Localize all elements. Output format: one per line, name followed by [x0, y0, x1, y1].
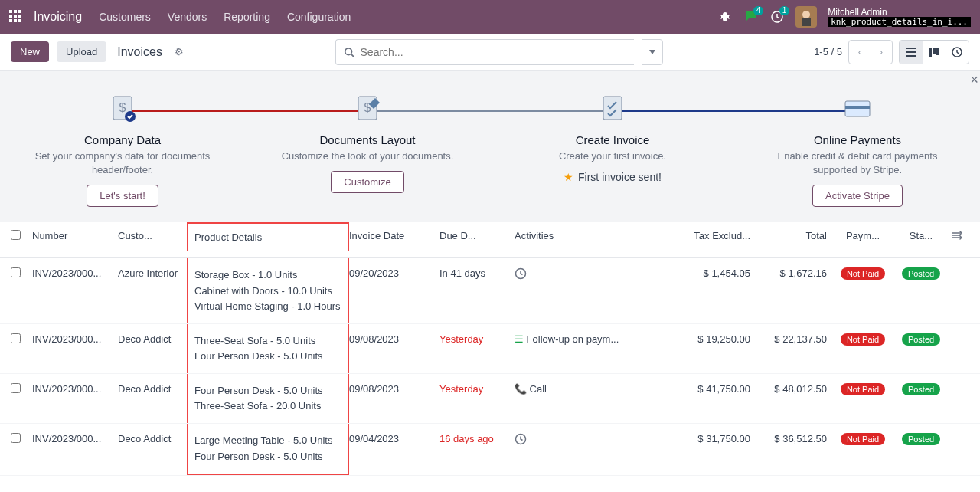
cell-customer: Azure Interior [118, 267, 187, 313]
view-list[interactable] [900, 41, 923, 64]
col-invoice-date[interactable]: Invoice Date [349, 230, 439, 250]
onboard-layout-btn[interactable]: Customize [331, 171, 403, 193]
onboarding-close[interactable]: × [970, 72, 978, 88]
view-activity[interactable] [946, 41, 969, 64]
cell-product: Large Meeting Table - 5.0 UnitsFour Pers… [187, 424, 349, 474]
col-customer[interactable]: Custo... [118, 230, 187, 250]
svg-rect-5 [929, 48, 932, 57]
search-input[interactable] [361, 46, 626, 58]
row-check[interactable] [11, 383, 21, 393]
discuss-icon[interactable]: 4 [743, 9, 759, 25]
row-check[interactable] [11, 267, 21, 277]
cell-customer: Deco Addict [118, 333, 187, 364]
col-options-icon[interactable] [949, 230, 968, 250]
nav-customers[interactable]: Customers [99, 11, 151, 23]
cell-total: $ 1,672.16 [756, 267, 833, 313]
col-status[interactable]: Sta... [899, 230, 949, 250]
onboard-invoice-sent: ★First invoice sent! [490, 171, 735, 183]
nav-reporting[interactable]: Reporting [224, 11, 270, 23]
cell-customer: Deco Addict [118, 433, 187, 465]
apps-icon[interactable] [9, 10, 23, 24]
search-icon [344, 47, 354, 57]
bug-icon[interactable] [717, 9, 733, 25]
new-button[interactable]: New [11, 41, 49, 62]
cell-invoice-date: 09/20/2023 [349, 267, 439, 313]
nav-configuration[interactable]: Configuration [287, 11, 351, 23]
row-check[interactable] [11, 333, 21, 343]
svg-point-1 [345, 48, 351, 54]
upload-button[interactable]: Upload [57, 41, 106, 62]
cell-status: Posted [899, 333, 949, 364]
activity-icon[interactable]: 1 [769, 9, 785, 25]
cell-product: Four Person Desk - 5.0 UnitsThree-Seat S… [187, 374, 349, 423]
cell-total: $ 48,012.50 [756, 383, 833, 414]
cell-due: Yesterday [439, 333, 514, 364]
pager-text[interactable]: 1-5 / 5 [814, 46, 842, 57]
cell-number: INV/2023/000... [32, 383, 118, 414]
pager-next[interactable]: › [871, 41, 892, 64]
search-dropdown[interactable] [642, 39, 663, 65]
db-name: knk_product_details_in_i... [828, 17, 971, 27]
svg-rect-3 [906, 51, 916, 53]
cell-total: $ 22,137.50 [756, 333, 833, 364]
table-row[interactable]: INV/2023/000...Azure InteriorStorage Box… [0, 258, 980, 323]
cell-payment: Not Paid [833, 333, 899, 364]
svg-rect-4 [906, 55, 916, 57]
col-due[interactable]: Due D... [439, 230, 514, 250]
col-product[interactable]: Product Details [187, 222, 349, 251]
svg-text:$: $ [119, 101, 126, 114]
select-all[interactable] [11, 230, 21, 240]
col-number[interactable]: Number [32, 230, 118, 250]
col-payment[interactable]: Paym... [833, 230, 899, 250]
col-total[interactable]: Total [756, 230, 833, 250]
cell-product: Storage Box - 1.0 UnitsCabinet with Door… [187, 258, 349, 323]
cell-number: INV/2023/000... [32, 267, 118, 313]
table-header: Number Custo... Product Details Invoice … [0, 222, 980, 258]
breadcrumb: Invoices [117, 45, 162, 59]
search-box[interactable] [335, 39, 634, 65]
onboard-layout: $ Documents Layout Customize the look of… [245, 89, 490, 207]
user-name[interactable]: Mitchell Admin [828, 8, 971, 17]
cell-invoice-date: 09/04/2023 [349, 433, 439, 465]
table-row[interactable]: INV/2023/000...Deco AddictLarge Meeting … [0, 424, 980, 475]
app-brand[interactable]: Invoicing [34, 10, 82, 24]
cell-product: Three-Seat Sofa - 5.0 UnitsFour Person D… [187, 324, 349, 373]
cell-activity[interactable] [514, 267, 642, 313]
control-panel: New Upload Invoices ⚙ 1-5 / 5 ‹ › [0, 34, 980, 71]
cell-activity[interactable]: 📞 Call [514, 383, 642, 414]
cell-payment: Not Paid [833, 267, 899, 313]
table-row[interactable]: INV/2023/000...Deco AddictFour Person De… [0, 374, 980, 424]
onboard-stripe-btn[interactable]: Activate Stripe [812, 185, 903, 207]
cell-due: In 41 days [439, 267, 514, 313]
cell-payment: Not Paid [833, 433, 899, 465]
col-tax[interactable]: Tax Exclud... [642, 230, 756, 250]
cell-customer: Deco Addict [118, 383, 187, 414]
view-kanban[interactable] [923, 41, 946, 64]
cell-status: Posted [899, 383, 949, 414]
star-icon: ★ [564, 171, 573, 183]
avatar[interactable] [795, 6, 817, 28]
onboard-create: Create Invoice Create your first invoice… [490, 89, 735, 207]
cell-due: 16 days ago [439, 433, 514, 465]
top-bar: Invoicing Customers Vendors Reporting Co… [0, 0, 980, 34]
onboarding-panel: × $ Company Data Set your company's data… [0, 71, 980, 222]
col-activities[interactable]: Activities [514, 230, 642, 250]
cell-payment: Not Paid [833, 383, 899, 414]
svg-rect-6 [933, 48, 936, 54]
nav-vendors[interactable]: Vendors [168, 11, 207, 23]
svg-rect-7 [936, 48, 939, 55]
cell-activity[interactable]: ☰ Follow-up on paym... [514, 333, 642, 364]
pager-prev[interactable]: ‹ [849, 41, 871, 64]
cell-activity[interactable] [514, 433, 642, 465]
cell-number: INV/2023/000... [32, 433, 118, 465]
onboard-company-btn[interactable]: Let's start! [87, 185, 158, 207]
cell-due: Yesterday [439, 383, 514, 414]
cell-status: Posted [899, 433, 949, 465]
table-row[interactable]: INV/2023/000...Deco AddictThree-Seat Sof… [0, 324, 980, 374]
svg-rect-14 [603, 97, 622, 120]
cell-tax: $ 19,250.00 [642, 333, 756, 364]
row-check[interactable] [11, 433, 21, 443]
cell-tax: $ 41,750.00 [642, 383, 756, 414]
gear-icon[interactable]: ⚙ [175, 46, 184, 57]
cell-number: INV/2023/000... [32, 333, 118, 364]
